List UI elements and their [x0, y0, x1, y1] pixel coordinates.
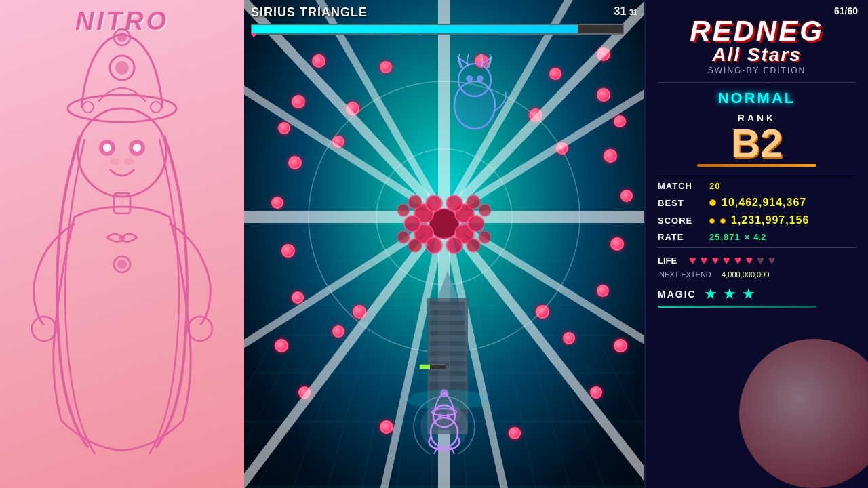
- svg-point-57: [479, 204, 491, 216]
- svg-rect-69: [429, 325, 467, 331]
- divider-3: [658, 247, 856, 248]
- svg-point-49: [446, 237, 462, 253]
- bullet: [529, 108, 542, 122]
- bullet: [346, 102, 359, 115]
- bullet: [353, 305, 366, 319]
- next-extend-label: NEXT EXTEND: [659, 270, 711, 279]
- bullet: [292, 95, 305, 108]
- boss-name: SIRIUS TRIANGLE: [251, 5, 637, 20]
- title-edition: SWING-BY EDITION: [658, 66, 856, 75]
- next-extend-row: NEXT EXTEND 4,000,000,000: [659, 270, 856, 279]
- svg-point-10: [110, 158, 121, 165]
- life-heart-empty-1: ♥: [757, 253, 764, 268]
- life-heart-empty-2: ♥: [768, 253, 776, 268]
- boss-count: 31 31: [614, 5, 638, 18]
- boss-health-bar-fill: [252, 25, 578, 33]
- divider-1: [658, 82, 856, 83]
- match-row: MATCH 20: [658, 181, 856, 191]
- stage-counter: 61/60: [834, 5, 858, 16]
- score-label: SCORE: [658, 216, 705, 226]
- rate-label: RATE: [658, 232, 705, 242]
- svg-point-8: [103, 144, 111, 152]
- svg-point-51: [468, 216, 484, 232]
- player-power-bar: [419, 364, 446, 369]
- next-extend-value: 4,000,000,000: [722, 270, 769, 279]
- game-panel: SIRIUS TRIANGLE 31 31 ♥: [244, 0, 644, 488]
- best-value: 10,462,914,367: [722, 197, 806, 209]
- svg-point-13: [83, 102, 94, 113]
- score-value: 1,231,997,156: [731, 214, 809, 226]
- divider-2: [658, 174, 856, 174]
- bullet: [332, 136, 344, 148]
- bullet: [288, 156, 302, 169]
- rate-value: 25,871: [709, 232, 741, 242]
- rate-multiplier: ×: [745, 232, 750, 242]
- svg-point-4: [117, 33, 127, 42]
- rank-value: B2: [658, 123, 856, 164]
- boss-count-current: 31: [614, 5, 627, 17]
- svg-point-2: [115, 61, 129, 75]
- life-heart-2: ♥: [701, 253, 708, 268]
- score-coin-icon-1: [709, 218, 715, 224]
- bullet: [281, 244, 295, 258]
- svg-point-15: [119, 235, 125, 242]
- bullet: [278, 122, 290, 134]
- bullet: [610, 237, 624, 251]
- magic-bar: [658, 306, 816, 308]
- bullet: [614, 115, 626, 127]
- match-value: 20: [709, 181, 720, 191]
- character-illustration: [7, 27, 237, 474]
- life-heart-6: ♥: [745, 253, 753, 268]
- svg-point-54: [408, 239, 422, 252]
- life-section: LIFE ♥ ♥ ♥ ♥ ♥ ♥ ♥ ♥: [658, 253, 856, 268]
- bullet: [312, 54, 326, 68]
- svg-rect-67: [429, 305, 467, 310]
- life-heart-5: ♥: [734, 253, 742, 268]
- bullet: [292, 291, 304, 304]
- svg-point-46: [426, 195, 442, 211]
- bullet: [597, 285, 609, 297]
- svg-point-58: [397, 231, 410, 243]
- bullet: [604, 149, 617, 163]
- hud-top: SIRIUS TRIANGLE 31 31 ♥: [244, 0, 644, 41]
- match-label: MATCH: [658, 181, 705, 191]
- magic-label: MAGIC: [658, 289, 698, 300]
- enemy-character: [434, 54, 515, 142]
- magic-star-1: ★: [704, 285, 717, 303]
- svg-point-14: [151, 102, 161, 113]
- svg-rect-74: [429, 376, 467, 382]
- svg-rect-72: [429, 356, 467, 361]
- svg-point-62: [466, 75, 473, 82]
- explosion-center: [366, 169, 522, 278]
- svg-point-59: [479, 231, 491, 243]
- magic-star-3: ★: [742, 285, 755, 303]
- life-heart-4: ♥: [723, 253, 730, 268]
- rank-section: RANK B2: [658, 113, 856, 167]
- rate-row: RATE 25,871 × 4.2: [658, 232, 856, 242]
- svg-point-83: [446, 414, 450, 418]
- svg-point-64: [454, 85, 495, 132]
- svg-point-56: [397, 204, 410, 216]
- svg-point-47: [446, 195, 462, 211]
- player-character: [400, 386, 488, 454]
- life-label: LIFE: [658, 256, 685, 266]
- score-coin-icon-2: [720, 218, 726, 224]
- boss-health-bar-bg: [251, 24, 624, 35]
- title-all-stars: All Stars: [658, 45, 856, 64]
- bullet: [275, 339, 288, 352]
- svg-point-17: [117, 260, 127, 269]
- bullet: [380, 61, 392, 73]
- svg-rect-70: [429, 336, 467, 341]
- svg-point-11: [123, 158, 134, 165]
- left-panel: NITRO: [0, 0, 244, 488]
- svg-point-81: [440, 389, 448, 397]
- best-label: BEST: [658, 198, 705, 208]
- svg-point-52: [408, 195, 422, 209]
- magic-section: MAGIC ★ ★ ★: [658, 285, 856, 303]
- bullet: [620, 190, 633, 202]
- best-row: BEST 10,462,914,367: [658, 197, 856, 209]
- bullet: [549, 68, 561, 80]
- player-heart: ♥: [251, 29, 256, 40]
- svg-rect-68: [429, 315, 467, 321]
- score-row: SCORE 1,231,997,156: [658, 214, 856, 226]
